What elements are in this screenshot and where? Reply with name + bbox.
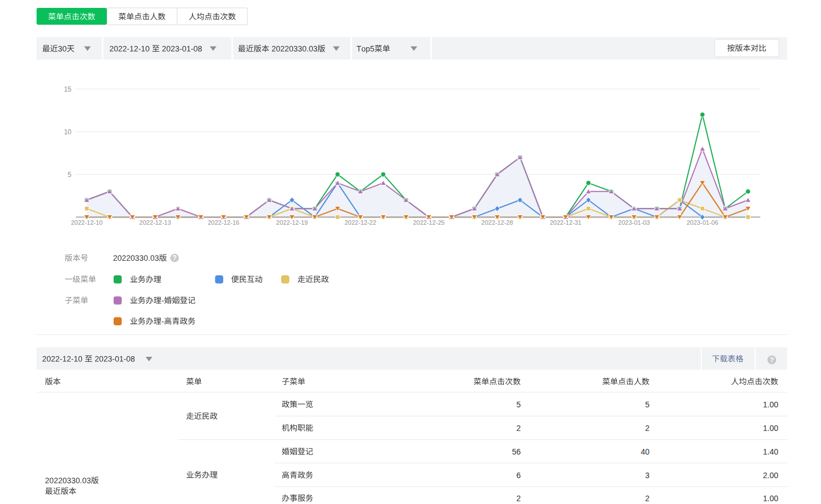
svg-text:2: 2 xyxy=(645,424,649,433)
svg-text:2022-12-31: 2022-12-31 xyxy=(550,219,581,226)
svg-text:2022-12-25: 2022-12-25 xyxy=(413,219,444,226)
svg-text:2: 2 xyxy=(516,424,521,433)
svg-text:2022-12-13: 2022-12-13 xyxy=(139,219,171,226)
svg-text:2: 2 xyxy=(516,494,521,503)
svg-text:6: 6 xyxy=(516,471,521,480)
svg-text:?: ? xyxy=(770,356,774,364)
svg-text:10: 10 xyxy=(64,128,72,136)
svg-text:15: 15 xyxy=(64,85,72,93)
svg-text:5: 5 xyxy=(645,400,649,409)
svg-text:3: 3 xyxy=(645,471,649,480)
svg-text:2023-01-06: 2023-01-06 xyxy=(687,219,718,226)
svg-text:2022-12-22: 2022-12-22 xyxy=(345,219,376,226)
svg-text:1.00: 1.00 xyxy=(763,424,778,433)
svg-text:5: 5 xyxy=(67,171,71,179)
svg-text:?: ? xyxy=(173,254,177,262)
svg-text:2022-12-19: 2022-12-19 xyxy=(276,219,308,226)
svg-text:2023-01-03: 2023-01-03 xyxy=(618,219,649,226)
svg-text:2: 2 xyxy=(645,494,649,503)
svg-text:2022-12-16: 2022-12-16 xyxy=(207,219,239,226)
svg-text:40: 40 xyxy=(640,447,649,456)
svg-text:1.00: 1.00 xyxy=(763,494,778,503)
svg-text:2022-12-28: 2022-12-28 xyxy=(481,219,513,226)
svg-text:1.00: 1.00 xyxy=(763,400,778,409)
svg-text:1.40: 1.40 xyxy=(763,447,778,456)
svg-text:2.00: 2.00 xyxy=(763,471,778,480)
svg-text:5: 5 xyxy=(516,400,521,409)
svg-text:56: 56 xyxy=(512,447,521,456)
svg-text:2022-12-10: 2022-12-10 xyxy=(71,219,102,226)
